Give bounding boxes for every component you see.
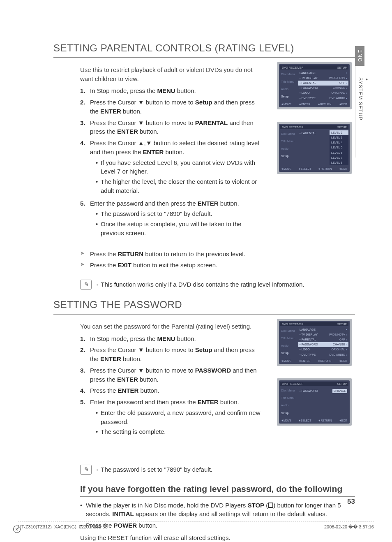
section2-steps: 1.In Stop mode, press the MENU button. 2… bbox=[80, 334, 265, 438]
page-number: 53 bbox=[347, 497, 355, 507]
sub-item: Once the setup is complete, you will be … bbox=[96, 220, 265, 238]
sub-item: The password is set to "7890" by default… bbox=[96, 209, 265, 218]
note-text: This function works only if a DVD disc c… bbox=[97, 280, 304, 289]
section2-title: SETTING THE PASSWORD bbox=[53, 298, 355, 315]
forgotten-heading: If you have forgotten the rating level p… bbox=[80, 483, 355, 496]
osd-screenshot-2: DVD RECEIVERSETUP Disc Menu Title Menu A… bbox=[277, 122, 352, 174]
note-block-1: ✎ This function works only if a DVD disc… bbox=[80, 280, 355, 290]
sub-item: Enter the old password, a new password, … bbox=[96, 408, 265, 426]
warn1: Using the RESET function will erase all … bbox=[80, 533, 355, 542]
osd-screenshot-1: DVD RECEIVERSETUP Disc Menu Title Menu A… bbox=[277, 62, 352, 109]
note-icon: ✎ bbox=[80, 465, 92, 475]
arrow-note: Press the RETURN button to return to the… bbox=[80, 250, 265, 259]
sub-item: If you have selected Level 6, you cannot… bbox=[96, 158, 265, 176]
sub-item: The setting is complete. bbox=[96, 427, 265, 436]
osd-screenshot-4: DVD RECEIVERSETUP Disc Menu Title Menu A… bbox=[277, 378, 352, 426]
note-icon: ✎ bbox=[80, 280, 92, 290]
section1-title: SETTING PARENTAL CONTROLS (RATING LEVEL) bbox=[53, 41, 355, 58]
list-item: While the player is in No DIsc mode, hol… bbox=[80, 501, 355, 519]
footer-divider bbox=[18, 521, 374, 521]
footer-left: HT-Z310(TZ312)_XAC(ENG)_0220.ind53 53 bbox=[18, 524, 108, 530]
footer-bar: HT-Z310(TZ312)_XAC(ENG)_0220.ind53 53 20… bbox=[18, 524, 374, 530]
section1-steps: 1.In Stop mode, press the MENU button. 2… bbox=[80, 86, 265, 239]
osd-screenshot-3: DVD RECEIVERSETUP Disc Menu Title Menu A… bbox=[277, 319, 352, 366]
note-block-2: ✎ The password is set to "7890" by defau… bbox=[80, 465, 355, 475]
section1-intro: Use this to restrict playback of adult o… bbox=[80, 65, 265, 83]
sub-item: The higher the level, the closer the con… bbox=[96, 177, 265, 195]
note-text: The password is set to "7890" by default… bbox=[97, 465, 212, 474]
section2-intro: You can set the password for the Parenta… bbox=[80, 322, 265, 331]
footer-right: 2008-02-20 �� 3:57:16 bbox=[324, 524, 374, 530]
stop-icon bbox=[268, 503, 273, 508]
arrow-note: Press the EXIT button to exit the setup … bbox=[80, 261, 265, 270]
